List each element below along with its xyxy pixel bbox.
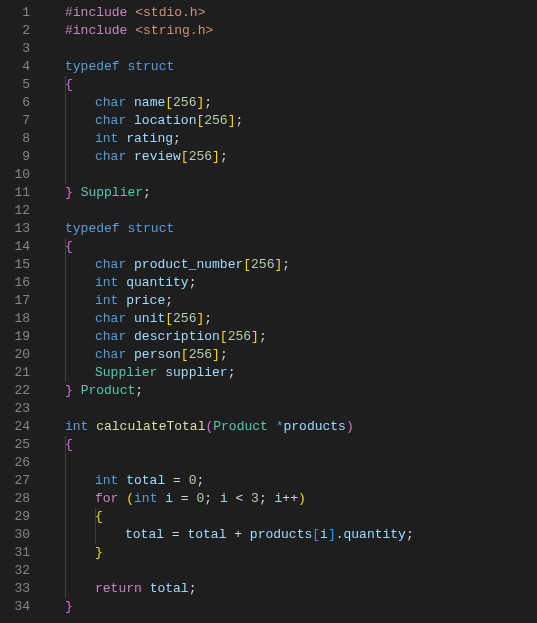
indent-guide [95, 508, 96, 526]
code-line[interactable]: typedef struct [65, 58, 414, 76]
token-pun [142, 581, 150, 596]
token-kw: int [95, 131, 118, 146]
code-line[interactable]: char product_number[256]; [65, 256, 414, 274]
code-editor[interactable]: 1234567891011121314151617181920212223242… [0, 0, 537, 623]
token-pun [126, 347, 134, 362]
token-var: i [165, 491, 173, 506]
line-number: 7 [0, 112, 44, 130]
token-pun: = [173, 491, 196, 506]
code-line[interactable]: int quantity; [65, 274, 414, 292]
code-line[interactable]: Supplier supplier; [65, 364, 414, 382]
token-pun [126, 329, 134, 344]
token-pun: ; [220, 149, 228, 164]
token-fn: calculateTotal [96, 419, 205, 434]
code-line[interactable]: #include <string.h> [65, 22, 414, 40]
token-kw: char [95, 347, 126, 362]
code-line[interactable]: for (int i = 0; i < 3; i++) [65, 490, 414, 508]
code-line[interactable]: typedef struct [65, 220, 414, 238]
indent-guide [65, 130, 66, 148]
code-line[interactable]: } [65, 544, 414, 562]
code-line[interactable]: int total = 0; [65, 472, 414, 490]
line-number: 33 [0, 580, 44, 598]
line-number: 14 [0, 238, 44, 256]
token-kw: int [95, 275, 118, 290]
token-type: Product [81, 383, 136, 398]
token-var: products [283, 419, 345, 434]
indent-guide [65, 166, 66, 184]
code-line[interactable]: return total; [65, 580, 414, 598]
token-num: 256 [189, 347, 212, 362]
code-line[interactable]: char location[256]; [65, 112, 414, 130]
token-bry: [ [181, 149, 189, 164]
token-brk: } [65, 599, 73, 614]
token-kw: int [65, 419, 88, 434]
code-line[interactable]: { [65, 238, 414, 256]
token-brk: { [65, 239, 73, 254]
code-line[interactable]: #include <stdio.h> [65, 4, 414, 22]
code-line[interactable]: char description[256]; [65, 328, 414, 346]
code-line[interactable]: { [65, 508, 414, 526]
token-bry: [ [220, 329, 228, 344]
token-kw: typedef [65, 59, 120, 74]
token-mac: for [95, 491, 118, 506]
indent-guide [65, 364, 66, 382]
line-number: 20 [0, 346, 44, 364]
indent-guide [65, 94, 66, 112]
code-line[interactable] [65, 400, 414, 418]
token-pun: ; [204, 491, 220, 506]
code-line[interactable] [65, 454, 414, 472]
code-line[interactable]: char unit[256]; [65, 310, 414, 328]
code-line[interactable]: } [65, 598, 414, 616]
line-number: 10 [0, 166, 44, 184]
line-number: 31 [0, 544, 44, 562]
code-line[interactable] [65, 202, 414, 220]
token-kw: int [95, 293, 118, 308]
token-pun: ; [259, 329, 267, 344]
token-pun [126, 95, 134, 110]
token-bry: [ [165, 311, 173, 326]
token-kw: struct [127, 221, 174, 236]
code-line[interactable]: char person[256]; [65, 346, 414, 364]
code-line[interactable]: { [65, 76, 414, 94]
line-number: 15 [0, 256, 44, 274]
token-brk: { [65, 77, 73, 92]
token-bry: ] [212, 347, 220, 362]
token-num: 256 [228, 329, 251, 344]
code-line[interactable] [65, 562, 414, 580]
token-kw: char [95, 149, 126, 164]
token-bry: ( [126, 491, 134, 506]
code-line[interactable]: char name[256]; [65, 94, 414, 112]
code-line[interactable]: int calculateTotal(Product *products) [65, 418, 414, 436]
token-var: description [134, 329, 220, 344]
token-kw: typedef [65, 221, 120, 236]
token-pun [73, 383, 81, 398]
code-line[interactable]: int price; [65, 292, 414, 310]
code-line[interactable]: } Product; [65, 382, 414, 400]
code-line[interactable]: int rating; [65, 130, 414, 148]
token-pun: ; [235, 113, 243, 128]
line-number-gutter: 1234567891011121314151617181920212223242… [0, 0, 44, 623]
line-number: 21 [0, 364, 44, 382]
token-var: total [187, 527, 226, 542]
token-pun: ; [282, 257, 290, 272]
token-pun: ; [196, 473, 204, 488]
line-number: 26 [0, 454, 44, 472]
code-line[interactable] [65, 166, 414, 184]
code-line[interactable]: } Supplier; [65, 184, 414, 202]
indent-guide [65, 112, 66, 130]
token-pun: + [226, 527, 249, 542]
token-type: Product [213, 419, 268, 434]
token-pun: ; [173, 131, 181, 146]
code-line[interactable]: { [65, 436, 414, 454]
line-number: 29 [0, 508, 44, 526]
token-kw: char [95, 113, 126, 128]
token-brk: ) [346, 419, 354, 434]
token-bry: { [95, 509, 103, 524]
indent-guide [65, 256, 66, 274]
code-area[interactable]: #include <stdio.h>#include <string.h>typ… [44, 0, 414, 623]
code-line[interactable]: total = total + products[i].quantity; [65, 526, 414, 544]
code-line[interactable] [65, 40, 414, 58]
token-br2: ] [328, 527, 336, 542]
token-var: person [134, 347, 181, 362]
code-line[interactable]: char review[256]; [65, 148, 414, 166]
